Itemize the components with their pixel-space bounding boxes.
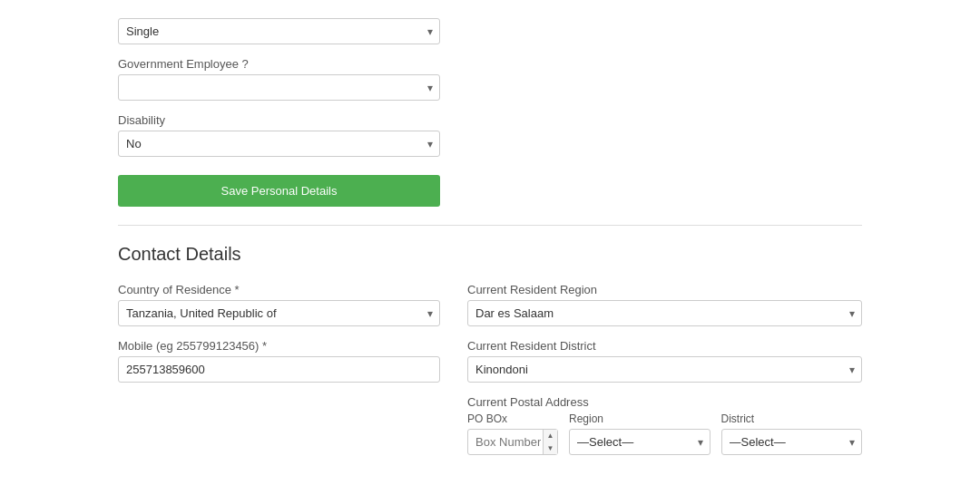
po-box-input-wrapper[interactable]: ▲ ▼ (467, 429, 558, 455)
postal-sub-labels: PO BOx Region District (467, 412, 862, 425)
mobile-input[interactable] (118, 356, 440, 383)
region-select-wrapper[interactable]: Dar es Salaam (467, 300, 862, 326)
district-select[interactable]: Kinondoni (467, 356, 862, 383)
postal-address-label: Current Postal Address (467, 395, 862, 409)
po-box-spinner-down[interactable]: ▼ (544, 442, 557, 455)
district-select-wrapper[interactable]: Kinondoni (467, 356, 862, 383)
po-box-label: PO BOx (467, 412, 558, 425)
marital-status-select[interactable]: Single (118, 18, 440, 44)
disability-label: Disability (118, 113, 440, 127)
district-label: Current Resident District (467, 339, 862, 353)
po-box-spinner-up[interactable]: ▲ (544, 430, 557, 442)
postal-region-select[interactable]: —Select— (569, 429, 710, 455)
save-personal-button[interactable]: Save Personal Details (118, 175, 440, 207)
postal-district-label: District (721, 412, 863, 425)
section-divider (118, 225, 862, 226)
mobile-label: Mobile (eg 255799123456) * (118, 339, 440, 353)
country-label: Country of Residence * (118, 283, 440, 296)
postal-region-select-wrapper[interactable]: —Select— (569, 429, 710, 455)
region-select[interactable]: Dar es Salaam (467, 300, 862, 326)
postal-region-label: Region (569, 412, 710, 425)
contact-details-section: Contact Details Country of Residence * T… (118, 244, 862, 485)
govt-employee-select-wrapper[interactable] (118, 74, 440, 101)
contact-details-title: Contact Details (118, 244, 862, 265)
po-box-spinners: ▲ ▼ (543, 430, 557, 454)
region-label: Current Resident Region (467, 283, 862, 296)
country-select-wrapper[interactable]: Tanzania, United Republic of (118, 300, 440, 326)
disability-select[interactable]: No (118, 131, 440, 157)
postal-inputs-row: ▲ ▼ —Select— (467, 429, 862, 455)
govt-employee-select[interactable] (118, 74, 440, 101)
country-select[interactable]: Tanzania, United Republic of (118, 300, 440, 326)
marital-status-select-wrapper[interactable]: Single (118, 18, 440, 44)
postal-district-select[interactable]: —Select— (721, 429, 863, 455)
govt-employee-label: Government Employee ? (118, 57, 440, 71)
postal-district-select-wrapper[interactable]: —Select— (721, 429, 863, 455)
disability-select-wrapper[interactable]: No (118, 131, 440, 157)
